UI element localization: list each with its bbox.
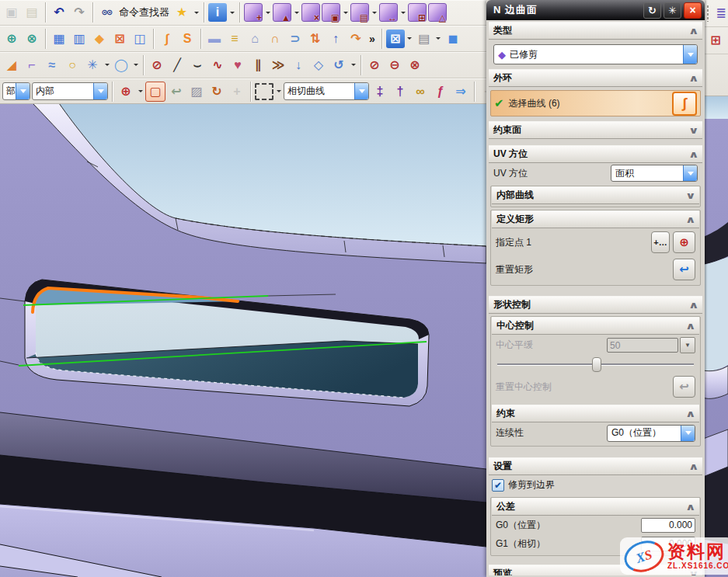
trimmed-sheet-icon[interactable]: ▬ [205,30,224,48]
follow-fillet-icon[interactable]: ƒ [431,82,450,101]
subtract-icon[interactable]: ⊗ [23,30,41,48]
swept-icon[interactable]: ∫ [158,30,176,48]
offset-curve-icon[interactable]: ∥ [249,56,267,75]
paste-icon[interactable]: ▤ [23,3,41,22]
trim-curve-icon[interactable]: ⊘ [365,56,384,75]
trim-body-icon[interactable]: ⊠ [110,30,129,48]
stop-short-icon[interactable]: † [391,82,409,101]
measure-icon[interactable]: ↔ [379,3,398,22]
thicken-sheet-icon[interactable]: ⇅ [306,30,325,48]
closed-spline-icon[interactable]: ♥ [228,56,247,75]
point-constructor-button[interactable]: ⊕ [673,231,695,253]
group-uv-orientation[interactable]: UV 方位 ∧ [489,145,702,163]
reset-selection-icon[interactable]: ↩ [167,82,186,101]
dropdown-arrow-icon[interactable] [681,426,695,441]
measure-caret[interactable] [399,9,406,16]
pan-hand-icon[interactable]: + [228,82,246,101]
dropdown-arrow-icon[interactable] [683,165,697,181]
dialog-close-button[interactable]: × [684,2,702,19]
marquee-caret[interactable] [275,88,282,95]
tube-caret[interactable] [132,61,139,68]
layers-icon[interactable]: ≣ [712,4,728,23]
proceed-arrow-icon[interactable]: ⇒ [451,82,470,101]
split-body-icon[interactable]: ◫ [131,30,149,48]
dome-icon[interactable]: ∩ [266,30,284,48]
move-object-icon[interactable]: + [244,3,263,22]
orient-view-caret[interactable] [293,9,300,16]
center-flat-field[interactable]: 50 [607,338,678,353]
scope-filter-combo[interactable]: 内部 [32,82,108,100]
move-object-caret[interactable] [264,9,271,16]
dropdown-arrow-icon[interactable] [93,83,107,99]
copy-display-caret[interactable] [342,9,349,16]
tube-on-profile-icon[interactable]: ○ [63,56,82,75]
silhouette-flange-icon[interactable]: ✳ [83,56,102,75]
curve-corner-icon[interactable]: ⊗ [406,56,424,75]
display-mode-caret[interactable] [435,35,442,42]
slider-thumb[interactable] [592,357,601,372]
curve-rule-combo[interactable]: 相切曲线 [284,82,369,100]
copy-icon[interactable]: ▣ [2,3,21,22]
tube-icon[interactable]: ◯ [112,56,131,75]
snap-point-filter-icon[interactable]: ⊕ [117,82,135,101]
type-filter-combo-cut[interactable]: 部 [2,82,30,100]
command-finder-icon[interactable]: ⊙⊙ [97,3,116,22]
uv-combo[interactable]: 面积 [611,165,698,182]
reset-rectangle-button[interactable]: ↩ [673,259,695,280]
combine-projection-icon[interactable]: ◇ [309,56,328,75]
copy-display-icon[interactable]: ▣ [322,3,340,22]
display-mode-icon[interactable]: ▤ [415,30,434,48]
shell-icon[interactable]: ⌂ [246,30,264,48]
group-tolerance[interactable]: 公差 ∧ [492,498,699,516]
bounding-box-toggle-icon[interactable]: ▢ [145,82,165,102]
group-type[interactable]: 类型 ∧ [489,22,702,40]
group-constraint[interactable]: 约束 ∧ [492,405,699,422]
flange-icon[interactable]: S [178,30,197,48]
dropdown-arrow-icon[interactable] [683,45,697,64]
bend-icon[interactable]: ↷ [347,30,365,48]
toolbar-overflow[interactable]: » [367,33,378,45]
info-icon[interactable]: i [208,3,227,22]
point-dialog-button[interactable]: +… [651,231,670,253]
info-caret[interactable] [228,9,235,16]
translucency-icon[interactable]: △ [428,3,447,22]
group-settings[interactable]: 设置 ∧ [489,457,702,475]
reset-center-button[interactable]: ↩ [673,376,695,398]
group-inner-curves[interactable]: 内部曲线 ∨ [492,186,699,204]
dialog-titlebar[interactable]: N 边曲面 ↻ ✳ × [486,0,705,20]
group-shape-control[interactable]: 形状控制 ∧ [489,296,702,314]
bounded-plane-icon[interactable]: ◆ [90,30,109,48]
fit-window-icon[interactable]: ⊠ [386,30,405,48]
erase-highlight-icon[interactable]: ▨ [187,82,206,101]
trim-boundary-row[interactable]: ✔ 修剪到边界 [489,475,702,495]
offset-surface-icon[interactable]: ≡ [225,30,244,48]
chain-curves-icon[interactable]: ∞ [411,82,430,101]
favorites-caret[interactable] [193,9,200,16]
group-outer-loop[interactable]: 外环 ∧ [489,69,702,87]
center-flat-slider[interactable] [491,356,700,373]
group-constraint-faces[interactable]: 约束面 ∨ [489,121,702,139]
dialog-reset-button[interactable]: ↻ [643,2,661,19]
wrap-curve-icon[interactable]: ↺ [329,56,348,75]
bracket-sweep-icon[interactable]: ⌐ [23,56,41,75]
spinner-down-icon[interactable]: ▼ [680,337,695,353]
fit-window-caret[interactable] [406,35,413,42]
orient-view-icon[interactable]: ▲ [273,3,291,22]
pattern-feature-icon[interactable]: ▦ [50,30,68,48]
ribbon-surface-icon[interactable]: ≈ [43,56,61,75]
hide-object-icon[interactable]: × [301,3,320,22]
marquee-select-icon[interactable] [255,83,273,100]
offset-3d-curve-icon[interactable]: ≫ [269,56,287,75]
unite-icon[interactable]: ⊕ [2,30,21,48]
redo-icon[interactable]: ↷ [70,3,89,22]
type-combo[interactable]: ◆ 已修剪 [493,44,698,64]
group-center-control[interactable]: 中心控制 ∧ [492,317,699,335]
dialog-settings-button[interactable]: ✳ [664,2,681,19]
stop-at-intersection-icon[interactable]: ‡ [371,82,389,101]
shaded-view-icon[interactable]: ◼ [444,30,462,48]
join-face-icon[interactable]: ⊃ [286,30,305,48]
line-icon[interactable]: ╱ [168,56,186,75]
add-constraint-icon[interactable]: ⊞ [706,31,725,50]
divide-curve-icon[interactable]: ⊖ [385,56,404,75]
bounding-frame-icon[interactable]: ⊞ [408,3,427,22]
